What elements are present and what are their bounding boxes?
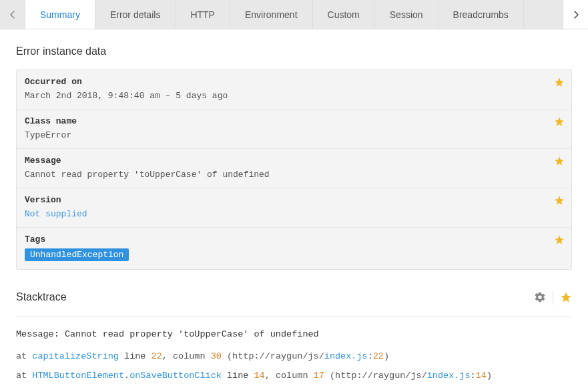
field-value-link[interactable]: Not supplied bbox=[25, 209, 563, 219]
field-value: Cannot read property 'toUpperCase' of un… bbox=[25, 170, 563, 180]
frame-column-number: 30 bbox=[211, 351, 222, 361]
tab-label: Summary bbox=[40, 9, 80, 20]
star-icon[interactable] bbox=[554, 195, 565, 206]
field-value: March 2nd 2018, 9:48:40 am – 5 days ago bbox=[25, 91, 563, 101]
frame-colon: : bbox=[368, 351, 373, 361]
field-label: Message bbox=[25, 156, 563, 166]
stacktrace-frame: at capitalizeString line 22, column 30 (… bbox=[16, 351, 572, 361]
frame-at: at bbox=[16, 371, 32, 381]
frame-colon: : bbox=[471, 371, 476, 381]
message-prefix: Message: bbox=[16, 329, 65, 339]
divider bbox=[16, 317, 572, 317]
frame-function[interactable]: capitalizeString bbox=[32, 351, 119, 361]
tab-label: HTTP bbox=[190, 9, 215, 20]
row-class-name: Class name TypeError bbox=[17, 110, 571, 149]
row-tags: Tags UnhandledException bbox=[17, 228, 571, 269]
star-icon[interactable] bbox=[560, 291, 572, 303]
frame-function[interactable]: onSaveButtonClick bbox=[129, 371, 222, 381]
row-version: Version Not supplied bbox=[17, 188, 571, 228]
frame-open: ( bbox=[222, 351, 232, 361]
field-label: Class name bbox=[25, 116, 563, 126]
frame-close: ) bbox=[487, 371, 492, 381]
frame-file[interactable]: index.js bbox=[324, 351, 368, 361]
field-value: UnhandledException bbox=[25, 248, 563, 261]
frame-file-line: 14 bbox=[476, 371, 487, 381]
tabs-list: Summary Error details HTTP Environment C… bbox=[25, 0, 563, 29]
tab-label: Environment bbox=[245, 9, 298, 20]
tab-breadcrumbs[interactable]: Breadcrumbs bbox=[438, 0, 524, 29]
instance-panel: Occurred on March 2nd 2018, 9:48:40 am –… bbox=[16, 69, 572, 270]
tabs-bar: Summary Error details HTTP Environment C… bbox=[0, 0, 588, 29]
frame-line-number: 14 bbox=[254, 371, 265, 381]
frame-url: http://raygun/js/ bbox=[232, 351, 324, 361]
star-icon[interactable] bbox=[554, 116, 565, 127]
message-text: Cannot read property 'toUpperCase' of un… bbox=[65, 329, 319, 339]
stacktrace-header: Stacktrace bbox=[16, 290, 572, 305]
frame-column-number: 17 bbox=[314, 371, 324, 381]
tab-label: Custom bbox=[328, 9, 360, 20]
tab-label: Breadcrumbs bbox=[453, 9, 509, 20]
frame-close: ) bbox=[384, 351, 389, 361]
frame-file-line: 22 bbox=[373, 351, 384, 361]
tab-http[interactable]: HTTP bbox=[176, 0, 230, 29]
tab-environment[interactable]: Environment bbox=[230, 0, 313, 29]
tab-session[interactable]: Session bbox=[375, 0, 438, 29]
frame-function-prefix[interactable]: HTMLButtonElement bbox=[32, 371, 124, 381]
frame-line-kw: line bbox=[119, 351, 152, 361]
stacktrace-frame: at HTMLButtonElement.onSaveButtonClick l… bbox=[16, 371, 572, 381]
section-title-stacktrace: Stacktrace bbox=[16, 291, 67, 303]
star-icon[interactable] bbox=[554, 156, 565, 166]
section-title-instance: Error instance data bbox=[16, 45, 572, 57]
field-label: Occurred on bbox=[25, 77, 563, 87]
stacktrace-message: Message: Cannot read property 'toUpperCa… bbox=[16, 329, 572, 339]
frame-open: ( bbox=[324, 371, 335, 381]
frame-line-kw: line bbox=[222, 371, 254, 381]
tabs-scroll-right[interactable] bbox=[563, 0, 588, 29]
star-icon[interactable] bbox=[554, 234, 565, 245]
frame-col-sep: , column bbox=[265, 371, 314, 381]
field-label: Version bbox=[25, 195, 563, 205]
field-value: TypeError bbox=[25, 130, 563, 140]
frame-file[interactable]: index.js bbox=[427, 371, 471, 381]
divider bbox=[553, 290, 553, 305]
star-icon[interactable] bbox=[554, 77, 565, 87]
frame-line-number: 22 bbox=[152, 351, 162, 361]
frame-url: http://raygun/js/ bbox=[335, 371, 427, 381]
tab-label: Session bbox=[390, 9, 423, 20]
row-message: Message Cannot read property 'toUpperCas… bbox=[17, 149, 571, 188]
tag-pill[interactable]: UnhandledException bbox=[25, 248, 129, 261]
tab-custom[interactable]: Custom bbox=[313, 0, 375, 29]
gear-icon[interactable] bbox=[534, 291, 546, 303]
tab-label: Error details bbox=[110, 9, 160, 20]
field-label: Tags bbox=[25, 234, 563, 244]
tab-summary[interactable]: Summary bbox=[25, 0, 95, 29]
frame-col-sep: , column bbox=[162, 351, 211, 361]
stacktrace-actions bbox=[534, 290, 572, 305]
tab-error-details[interactable]: Error details bbox=[95, 0, 176, 29]
frame-function-dot: . bbox=[124, 371, 129, 381]
frame-at: at bbox=[16, 351, 32, 361]
tabs-scroll-left[interactable] bbox=[0, 0, 25, 29]
row-occurred-on: Occurred on March 2nd 2018, 9:48:40 am –… bbox=[17, 70, 571, 110]
